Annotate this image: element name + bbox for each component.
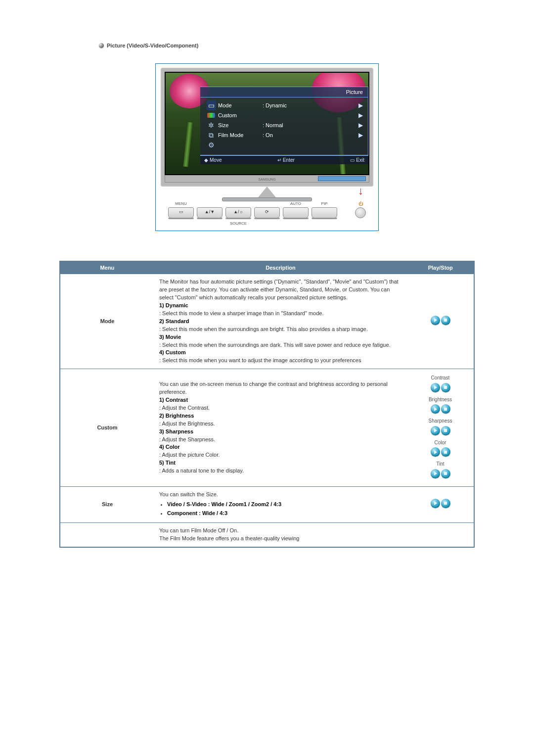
osd-item-value: : On	[263, 132, 307, 138]
menu-button: MENU ▭	[168, 207, 194, 218]
play-icon[interactable]	[431, 383, 440, 392]
col-header-description: Description	[154, 261, 407, 274]
play-icon[interactable]	[431, 469, 440, 478]
menu-cell: Custom	[60, 369, 154, 487]
play-label: Contrast	[412, 375, 469, 382]
pip-button: PIP	[312, 207, 337, 218]
osd-setup-icon: ✲	[208, 121, 214, 129]
play-label: Brightness	[412, 396, 469, 404]
osd-enter-hint: ↵Enter	[277, 157, 295, 163]
play-cell: ContrastBrightnessSharpnessColorTint	[407, 369, 474, 487]
stem-graphic	[183, 122, 192, 167]
monitor-bezel: SAMSUNG	[165, 175, 369, 183]
monitor-stand	[258, 187, 276, 197]
button-label: PIP	[312, 201, 337, 206]
osd-item-label: Custom	[218, 112, 263, 118]
exit-button: ⟳	[254, 207, 280, 218]
menu-icon: ▭	[169, 209, 193, 214]
description-cell: The Monitor has four automatic picture s…	[154, 274, 407, 369]
triangle-right-icon: ▶	[355, 122, 363, 129]
stop-icon[interactable]	[441, 316, 450, 325]
osd-picture-icon: ▭	[207, 100, 216, 110]
button-sublabel: SOURCE	[225, 221, 251, 226]
stop-icon[interactable]	[441, 426, 450, 435]
bullet-icon	[99, 43, 104, 48]
play-label: Tint	[412, 461, 469, 468]
heading-text: Picture (Video/S-Video/Component)	[107, 43, 198, 48]
illustration-container: Picture ▭ Mode : Dynamic ▶	[155, 63, 379, 231]
stop-icon[interactable]	[441, 383, 450, 392]
table-row: ModeThe Monitor has four automatic pictu…	[60, 274, 474, 369]
power-button: ⏻	[355, 207, 366, 218]
brand-logo: SAMSUNG	[258, 178, 275, 181]
play-label: Color	[412, 439, 469, 447]
osd-item-value	[263, 112, 307, 118]
button-label: AUTO	[283, 201, 308, 206]
osd-item-value: : Dynamic	[263, 102, 307, 108]
col-header-menu: Menu	[60, 261, 154, 274]
osd-footer: ◆Move ↵Enter ▭ Exit	[200, 155, 368, 164]
description-cell: You can use the on-screen menus to chang…	[154, 369, 407, 487]
monitor-stand-base	[222, 197, 312, 201]
button-row: MENU ▭ ▲/▼ ▲/☼ SOURCE ⟳	[161, 207, 373, 226]
play-icon[interactable]	[431, 426, 440, 435]
osd-item-label: Mode	[218, 102, 263, 108]
play-cell	[407, 486, 474, 522]
nav-button: ▲/▼	[197, 207, 222, 218]
brightness-icon: ▲/☼	[226, 209, 251, 214]
settings-table: Menu Description Play/Stop ModeThe Monit…	[59, 261, 475, 548]
menu-cell: Size	[60, 486, 154, 522]
brightness-button: ▲/☼	[225, 207, 251, 218]
osd-exit-hint: ▭ Exit	[350, 157, 364, 163]
osd-item-value: : Normal	[263, 122, 307, 128]
stop-icon[interactable]	[441, 499, 450, 508]
stop-icon[interactable]	[441, 404, 450, 414]
play-icon[interactable]	[431, 447, 440, 457]
osd-info-icon: ⚙	[208, 141, 215, 149]
play-icon[interactable]	[431, 316, 440, 325]
monitor-frame: Picture ▭ Mode : Dynamic ▶	[161, 68, 373, 187]
stop-icon[interactable]	[441, 469, 450, 478]
description-cell: You can switch the Size.Video / S-Video …	[154, 486, 407, 522]
triangle-right-icon: ▶	[355, 112, 363, 119]
col-header-play: Play/Stop	[407, 261, 474, 274]
description-cell: You can turn Film Mode Off / On.The Film…	[154, 522, 407, 547]
play-label: Sharpness	[412, 418, 469, 425]
play-icon[interactable]	[431, 404, 440, 414]
osd-sound-icon	[207, 113, 215, 118]
play-cell	[407, 522, 474, 547]
power-icon: ⏻	[358, 201, 363, 206]
table-row: SizeYou can switch the Size.Video / S-Vi…	[60, 486, 474, 522]
button-label: MENU	[169, 201, 193, 206]
section-heading: Picture (Video/S-Video/Component)	[99, 43, 475, 48]
model-tag	[318, 176, 366, 181]
osd-item-label: Film Mode	[218, 132, 263, 138]
table-row: You can turn Film Mode Off / On.The Film…	[60, 522, 474, 547]
menu-cell: Mode	[60, 274, 154, 369]
triangle-right-icon: ▶	[355, 132, 363, 139]
play-icon[interactable]	[431, 499, 440, 508]
osd-move-hint: ◆Move	[204, 157, 222, 163]
nav-icon: ▲/▼	[197, 209, 222, 214]
osd-panel: Picture ▭ Mode : Dynamic ▶	[200, 87, 368, 164]
osd-title: Picture	[200, 87, 368, 97]
monitor-screen: Picture ▭ Mode : Dynamic ▶	[165, 72, 369, 175]
play-cell	[407, 274, 474, 369]
triangle-right-icon: ▶	[355, 102, 363, 109]
osd-pip-icon: ⧉	[209, 131, 214, 140]
osd-item-label: Size	[218, 122, 263, 128]
arrow-down-icon: ↓	[358, 185, 363, 197]
table-row: CustomYou can use the on-screen menus to…	[60, 369, 474, 487]
stop-icon[interactable]	[441, 447, 450, 457]
menu-cell	[60, 522, 154, 547]
exit-icon: ⟳	[255, 209, 279, 214]
auto-button: AUTO	[283, 207, 309, 218]
